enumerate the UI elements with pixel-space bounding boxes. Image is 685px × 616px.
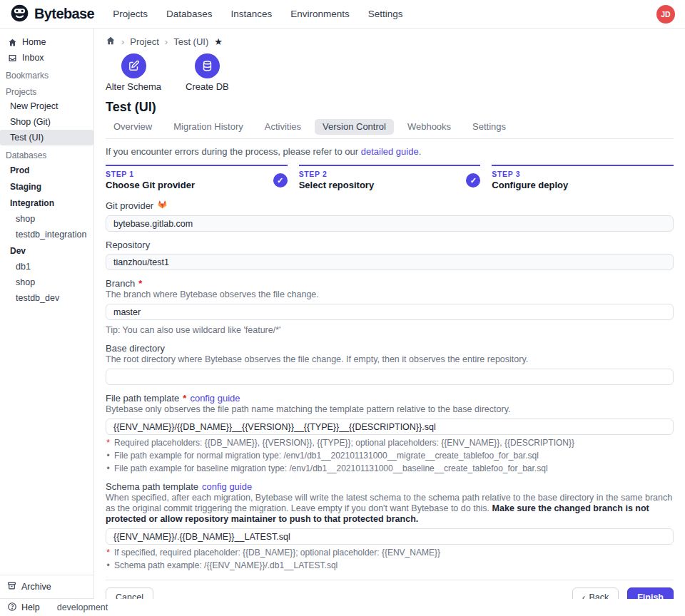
sidebar-env-staging[interactable]: Staging bbox=[0, 178, 93, 195]
help-label: Help bbox=[21, 602, 40, 612]
quick-actions: Alter Schema Create DB bbox=[106, 53, 674, 92]
sidebar-item-label: Home bbox=[22, 37, 46, 47]
required-asterisk: * bbox=[183, 393, 186, 404]
top-navbar: Bytebase Projects Databases Instances En… bbox=[0, 0, 685, 29]
field-label-text: Schema path template bbox=[106, 481, 198, 492]
quick-action-label: Alter Schema bbox=[106, 82, 161, 92]
detailed-guide-link[interactable]: detailed guide bbox=[361, 146, 419, 157]
tab-activities[interactable]: Activities bbox=[257, 119, 309, 135]
sidebar-item-home[interactable]: Home bbox=[0, 34, 93, 50]
sidebar-item-new-project[interactable]: New Project bbox=[0, 98, 93, 114]
sidebar-env-prod[interactable]: Prod bbox=[0, 162, 93, 178]
sidebar-item-inbox[interactable]: Inbox bbox=[0, 50, 93, 66]
tab-settings[interactable]: Settings bbox=[465, 119, 514, 135]
file-path-template-field: File path template * config guide Byteba… bbox=[106, 393, 674, 473]
guide-prefix: If you encounter errors during the proce… bbox=[106, 146, 361, 157]
step-complete-check-icon: ✓ bbox=[466, 173, 480, 188]
form-actions: Cancel ‹ Back Finish bbox=[106, 587, 674, 599]
sidebar-item-shop-git[interactable]: Shop (Git) bbox=[0, 114, 93, 130]
note-text: If specified, required placeholder: {{DB… bbox=[114, 548, 440, 558]
sidebar-item-archive[interactable]: Archive bbox=[0, 575, 93, 598]
note-file-path-example-normal: • File path example for normal migration… bbox=[106, 451, 674, 461]
sidebar-db-testdb-integration[interactable]: testdb_integration bbox=[0, 227, 93, 242]
back-button[interactable]: ‹ Back bbox=[572, 587, 619, 599]
note-required-placeholders: * Required placeholders: {{DB_NAME}}, {{… bbox=[106, 438, 674, 448]
sidebar-db-testdb-dev[interactable]: testdb_dev bbox=[0, 290, 93, 306]
sidebar-env-integration[interactable]: Integration bbox=[0, 195, 93, 211]
back-button-label: Back bbox=[589, 592, 609, 600]
sidebar-item-label: Inbox bbox=[22, 53, 44, 63]
step-complete-check-icon: ✓ bbox=[273, 173, 288, 188]
sidebar-db-shop-dev[interactable]: shop bbox=[0, 274, 93, 290]
step-label: STEP 1 bbox=[106, 170, 273, 178]
breadcrumb-home-icon[interactable] bbox=[106, 36, 116, 48]
git-provider-field: Git provider bbox=[106, 199, 674, 232]
breadcrumb-test-ui[interactable]: Test (UI) bbox=[173, 36, 208, 47]
repository-field: Repository bbox=[106, 240, 674, 270]
nav-projects[interactable]: Projects bbox=[113, 9, 148, 19]
sidebar: Home Inbox Bookmarks Projects New Projec… bbox=[0, 29, 94, 599]
top-nav-links: Projects Databases Instances Environment… bbox=[113, 9, 402, 19]
sidebar-db-db1[interactable]: db1 bbox=[0, 259, 93, 274]
file-path-template-description: Bytebase only observes the file path nam… bbox=[106, 404, 674, 415]
tab-version-control[interactable]: Version Control bbox=[315, 119, 394, 135]
schema-path-template-input[interactable] bbox=[106, 528, 674, 545]
note-marker: * bbox=[106, 438, 111, 448]
nav-settings[interactable]: Settings bbox=[368, 9, 403, 19]
sidebar-item-test-ui[interactable]: Test (UI) bbox=[0, 130, 93, 145]
version-label: development bbox=[57, 602, 108, 612]
branch-label: Branch * bbox=[106, 278, 674, 289]
tab-overview[interactable]: Overview bbox=[106, 119, 160, 135]
edit-schema-icon bbox=[121, 53, 146, 78]
branch-input[interactable] bbox=[106, 304, 674, 320]
base-directory-input[interactable] bbox=[106, 369, 674, 385]
file-path-template-input[interactable] bbox=[106, 419, 674, 435]
branch-description: The branch where Bytebase observes the f… bbox=[106, 289, 674, 300]
help-button[interactable]: Help bbox=[7, 602, 40, 614]
note-marker: • bbox=[106, 560, 111, 570]
schema-path-config-guide-link[interactable]: config guide bbox=[202, 481, 252, 492]
note-text: Required placeholders: {{DB_NAME}}, {{VE… bbox=[114, 438, 574, 448]
note-schema-required-placeholder: * If specified, required placeholder: {{… bbox=[106, 548, 674, 558]
base-directory-field: Base directory The root directory where … bbox=[106, 343, 674, 385]
git-provider-label: Git provider bbox=[106, 199, 674, 212]
field-label-text: Branch bbox=[106, 278, 135, 289]
repository-label: Repository bbox=[106, 240, 674, 250]
nav-databases[interactable]: Databases bbox=[166, 9, 213, 19]
bottom-bar: Help development bbox=[0, 599, 685, 616]
note-file-path-example-baseline: • File path example for baseline migrati… bbox=[106, 463, 674, 473]
error-guide-text: If you encounter errors during the proce… bbox=[106, 146, 674, 157]
page-title: Test (UI) bbox=[106, 100, 674, 114]
sidebar-header-databases: Databases bbox=[0, 145, 93, 162]
user-avatar[interactable]: JD bbox=[656, 5, 675, 24]
sidebar-env-dev[interactable]: Dev bbox=[0, 242, 93, 259]
step-label: STEP 3 bbox=[492, 170, 674, 178]
favorite-star-icon[interactable]: ★ bbox=[214, 37, 223, 46]
gitlab-icon bbox=[157, 199, 168, 212]
schema-path-template-field: Schema path template config guide When s… bbox=[106, 481, 674, 570]
wizard-steps: STEP 1 Choose Git provider ✓ STEP 2 Sele… bbox=[106, 165, 674, 191]
sidebar-db-shop-integration[interactable]: shop bbox=[0, 211, 93, 227]
file-path-config-guide-link[interactable]: config guide bbox=[190, 393, 240, 404]
nav-instances[interactable]: Instances bbox=[230, 9, 272, 19]
schema-path-template-notes: * If specified, required placeholder: {{… bbox=[106, 548, 674, 570]
create-db-button[interactable]: Create DB bbox=[186, 53, 229, 92]
file-path-template-label: File path template * config guide bbox=[106, 393, 674, 404]
finish-button[interactable]: Finish bbox=[627, 587, 674, 599]
note-marker: • bbox=[106, 451, 111, 461]
inbox-icon bbox=[7, 53, 17, 63]
nav-environments[interactable]: Environments bbox=[290, 9, 350, 19]
breadcrumb-project[interactable]: Project bbox=[130, 36, 158, 47]
step-label: STEP 2 bbox=[299, 170, 467, 178]
guide-suffix: . bbox=[419, 146, 422, 157]
bytebase-logo[interactable]: Bytebase bbox=[10, 4, 94, 25]
tab-migration-history[interactable]: Migration History bbox=[166, 119, 251, 135]
sidebar-header-bookmarks: Bookmarks bbox=[0, 66, 93, 82]
base-directory-description: The root directory where Bytebase observ… bbox=[106, 354, 674, 365]
home-icon bbox=[7, 38, 17, 47]
bytebase-logo-icon bbox=[10, 4, 29, 25]
alter-schema-button[interactable]: Alter Schema bbox=[106, 53, 161, 92]
step-title: Configure deploy bbox=[492, 180, 674, 191]
cancel-button[interactable]: Cancel bbox=[106, 587, 153, 599]
tab-webhooks[interactable]: Webhooks bbox=[400, 119, 459, 135]
